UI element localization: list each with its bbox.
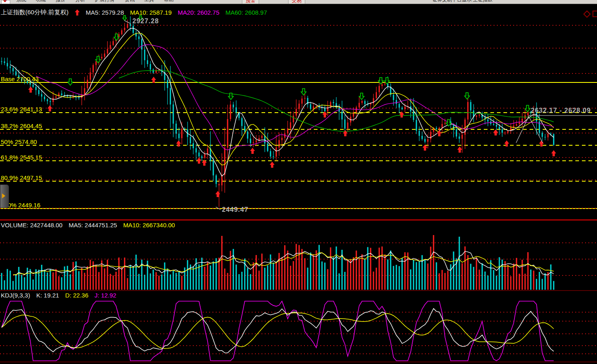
volume-ma-lines <box>13 251 554 275</box>
fib-level-label: 80.9% 2497.15 <box>1 174 42 181</box>
volume-value: VOLUME: 2427448.00 <box>1 222 63 229</box>
buy-signal-arrows <box>28 77 556 197</box>
kdj-name: KDJ(9,3,3) <box>1 292 30 299</box>
price-annotation: 2632.17 - 2628.09 <box>531 107 591 114</box>
trading-app-window: ◆ 系统功能报价分析扩展行情资讯工具帮助预警交易证券交易平台显示 上证指数 上证… <box>0 0 597 364</box>
kdj-j-value: J: 12.92 <box>94 292 116 299</box>
fib-level-label: Base 2700.43 <box>1 75 39 82</box>
ma-lines <box>10 28 554 176</box>
gridlines <box>0 25 597 354</box>
kdj-lines <box>2 301 554 361</box>
volume-ma5-value: MA5: 2444751.25 <box>69 222 117 229</box>
volume-pane-header: VOLUME: 2427448.00 MA5: 2444751.25 MA10:… <box>1 222 175 229</box>
chart-canvas[interactable] <box>0 0 597 364</box>
kdj-k-value: K: 19.21 <box>36 292 59 299</box>
chart-title: 上证指数(60分钟.前复权) <box>1 9 69 16</box>
ma5-value: MA5: 2579.28 <box>86 9 124 16</box>
pane-corner-buttons <box>584 11 597 17</box>
up-arrow-icon <box>75 9 80 16</box>
volume-ma10-value: MA10: 2667340.00 <box>123 222 175 229</box>
candlesticks <box>1 16 555 207</box>
kdj-pane-header: KDJ(9,3,3) K: 19.21 D: 22.36 J: 12.92 <box>1 292 116 299</box>
main-chart-header: 上证指数(60分钟.前复权) MA5: 2579.28 MA10: 2587.1… <box>1 9 267 16</box>
maximize-icon[interactable] <box>593 11 597 17</box>
kdj-d-value: D: 22.36 <box>65 292 89 299</box>
ma10-value: MA10: 2587.19 <box>130 9 172 16</box>
diamond-icon[interactable] <box>583 10 590 18</box>
fib-level-label: 61.8% 2545.15 <box>1 154 42 161</box>
ma60-value: MA60: 2608.97 <box>226 9 267 16</box>
sidebar-slide-handle[interactable] <box>0 184 9 208</box>
fib-level-label: 23.6% 2641.13 <box>1 106 42 113</box>
ma20-value: MA20: 2602.75 <box>178 9 219 16</box>
price-annotation: 2927.28 <box>132 18 159 25</box>
price-annotation: 2449.47 <box>222 206 248 213</box>
fib-level-label: 50% 2574.80 <box>1 138 37 145</box>
expand-arrow-icon <box>2 193 5 198</box>
fib-level-label: 38.2% 2604.45 <box>1 122 42 129</box>
volume-bars <box>1 235 555 290</box>
